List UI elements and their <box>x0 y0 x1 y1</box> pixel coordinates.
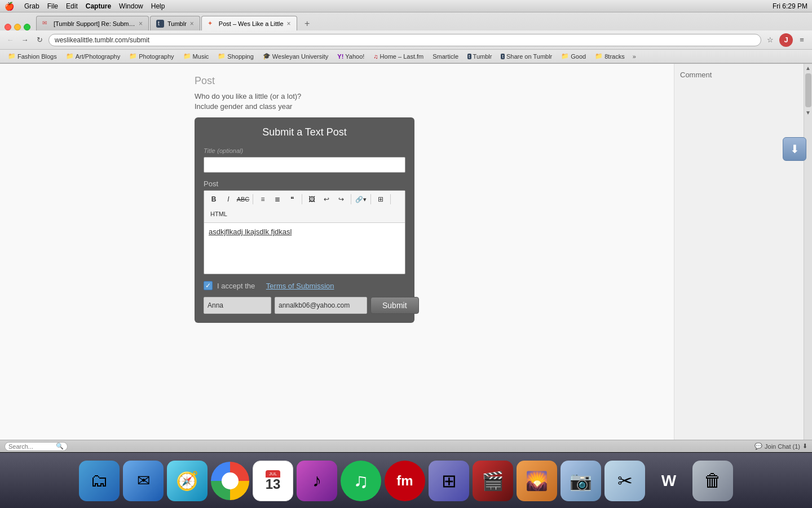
menubar-right: Fri 6:29 PM <box>773 2 807 10</box>
bookmark-good[interactable]: 📁 Good <box>558 52 589 60</box>
italic-btn[interactable]: I <box>222 193 235 205</box>
page-scrollbar[interactable]: ▲ ▼ <box>804 64 812 440</box>
settings-icon[interactable]: ≡ <box>796 34 807 46</box>
bookmark-artphoto[interactable]: 📁 Art/Photography <box>63 52 124 60</box>
back-btn[interactable]: ← <box>5 34 16 46</box>
forward-btn[interactable]: → <box>19 34 30 46</box>
blockquote-btn[interactable]: ❝ <box>286 193 298 205</box>
menu-capture[interactable]: Capture <box>86 2 111 10</box>
bold-btn[interactable]: B <box>208 193 220 205</box>
title-input[interactable] <box>204 157 405 173</box>
bookmark-tumblr[interactable]: t Tumblr <box>464 52 495 60</box>
window-maximize[interactable] <box>24 24 30 30</box>
menu-edit[interactable]: Edit <box>66 2 78 10</box>
window-close[interactable] <box>5 24 11 30</box>
bookmark-photography[interactable]: 📁 Photography <box>126 52 177 60</box>
address-bar[interactable]: weslikealittle.tumblr.com/submit <box>48 34 761 46</box>
bookmark-label: Shopping <box>227 53 254 60</box>
dock-movie[interactable]: 🎬 <box>473 461 513 501</box>
name-input[interactable] <box>204 297 271 314</box>
dock-lastfm[interactable]: fm <box>385 461 425 501</box>
bookmark-yahoo[interactable]: Y! Yahoo! <box>334 52 368 60</box>
menu-grab[interactable]: Grab <box>24 2 39 10</box>
dock-photos[interactable]: 🌄 <box>517 461 557 501</box>
dock-chrome[interactable] <box>211 462 249 500</box>
tab-gmail[interactable]: ✉ [Tumblr Support] Re: Submi... × <box>36 16 149 30</box>
submit-btn[interactable]: Submit <box>370 297 419 314</box>
dock-spotify[interactable]: ♫ <box>341 461 381 501</box>
scroll-thumb[interactable] <box>805 73 811 107</box>
terms-checkbox[interactable]: ✓ <box>204 281 213 290</box>
join-chat-btn[interactable]: 💬 Join Chat (1) ⬇ <box>754 443 807 450</box>
bookmark-wesleyan[interactable]: 🎓 Wesleyan University <box>259 52 332 60</box>
new-tab-btn[interactable]: + <box>301 17 314 30</box>
tab-tumblr[interactable]: t Tumblr × <box>150 16 200 30</box>
bookmark-smarticle[interactable]: Smarticle <box>429 52 462 60</box>
bookmark-fashion[interactable]: 📁 Fashion Blogs <box>5 52 60 60</box>
bookmarks-more-btn[interactable]: » <box>633 53 636 60</box>
title-field-label: Title (optional) <box>204 146 405 155</box>
image-btn[interactable]: 🖼 <box>306 193 318 205</box>
dock-safari[interactable]: 🧭 <box>167 461 208 501</box>
ordered-list-btn[interactable]: ≣ <box>271 193 284 205</box>
bookmark-label: Good <box>571 53 586 60</box>
bookmark-folder-icon: 📁 <box>8 52 16 60</box>
tab-close-post[interactable]: × <box>287 20 291 28</box>
refresh-btn[interactable]: ↻ <box>34 34 45 46</box>
dock-mail[interactable]: ✉ <box>123 461 164 501</box>
bookmark-share-tumblr[interactable]: t Share on Tumblr <box>497 52 555 60</box>
dock-screencapture[interactable]: 📷 <box>561 461 601 501</box>
main-content: Post Who do you like a little (or a lot)… <box>195 64 674 440</box>
calendar-inner: JUL 13 <box>266 470 281 491</box>
download-btn[interactable]: ⬇ <box>783 137 806 161</box>
bookmark-label: Music <box>193 53 209 60</box>
menu-help[interactable]: Help <box>151 2 165 10</box>
toolbar-sep-4 <box>370 194 371 204</box>
bookmark-favicon-tumblr2: t <box>501 54 505 59</box>
itunes-icon: ♪ <box>312 470 321 491</box>
email-input[interactable] <box>275 297 367 314</box>
link-btn[interactable]: 🔗▾ <box>355 193 367 205</box>
search-input[interactable] <box>8 443 54 450</box>
editor-toolbar: B I ABC ≡ ≣ ❝ 🖼 ↩ ↪ 🔗▾ ⊞ <box>204 191 405 223</box>
bookmark-label: Share on Tumblr <box>506 53 552 60</box>
scroll-down-arrow[interactable]: ▼ <box>805 110 811 116</box>
bookmark-music[interactable]: 📁 Music <box>180 52 213 60</box>
bookmark-lastfm[interactable]: ♫ Home – Last.fm <box>370 52 427 60</box>
menubar: 🍎 Grab File Edit Capture Window Help Fri… <box>0 0 812 12</box>
bookmark-label: Photography <box>139 53 174 60</box>
search-box[interactable]: 🔍 <box>5 442 68 451</box>
redo-btn[interactable]: ↪ <box>335 193 347 205</box>
window-minimize[interactable] <box>14 24 21 30</box>
dock-trash[interactable]: 🗑 <box>692 461 733 501</box>
html-btn[interactable]: HTML <box>208 208 230 220</box>
tab-post[interactable]: ✦ Post – Wes Like a Little × <box>201 16 297 30</box>
menu-window[interactable]: Window <box>119 2 143 10</box>
undo-btn[interactable]: ↩ <box>320 193 333 205</box>
bookmark-label: Yahoo! <box>345 53 364 60</box>
bookmark-8tracks[interactable]: 📁 8tracks <box>592 52 628 60</box>
tab-close-tumblr[interactable]: × <box>190 20 194 28</box>
dock-spaces[interactable]: ⊞ <box>429 461 469 501</box>
dock-scissors[interactable]: ✂ <box>604 461 645 501</box>
post-field-label: Post <box>204 179 405 188</box>
tab-close-gmail[interactable]: × <box>139 20 143 28</box>
unordered-list-btn[interactable]: ≡ <box>257 193 269 205</box>
bookmark-star-icon[interactable]: ☆ <box>765 34 776 46</box>
strikethrough-btn[interactable]: ABC <box>237 193 249 205</box>
movie-icon: 🎬 <box>482 470 504 492</box>
indent-btn[interactable]: ⊞ <box>374 193 387 205</box>
instructions-line2: Include gender and class year <box>195 102 292 111</box>
terms-link[interactable]: Terms of Submission <box>266 282 334 290</box>
bookmark-shopping[interactable]: 📁 Shopping <box>214 52 257 60</box>
dock-finder[interactable]: 🗂 <box>79 461 120 501</box>
menu-file[interactable]: File <box>47 2 58 10</box>
bottom-bar: 🔍 💬 Join Chat (1) ⬇ <box>0 440 812 452</box>
scroll-up-arrow[interactable]: ▲ <box>805 65 811 71</box>
user-avatar[interactable]: J <box>779 33 793 47</box>
dock-word[interactable]: W <box>648 461 689 501</box>
editor-content[interactable]: asdkjflkadj lkajsdlk fjdkasl <box>204 223 405 274</box>
dock-calendar[interactable]: JUL 13 <box>253 461 293 501</box>
apple-menu[interactable]: 🍎 <box>5 2 14 11</box>
dock-itunes[interactable]: ♪ <box>297 461 337 501</box>
